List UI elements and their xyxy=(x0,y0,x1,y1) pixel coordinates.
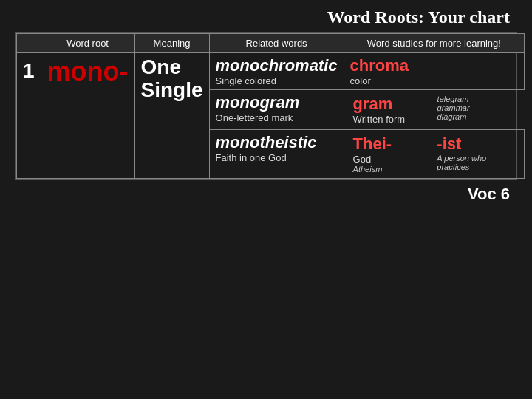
study-meaning-1: color xyxy=(350,75,519,86)
study-root-1: chroma xyxy=(350,56,519,75)
word-roots-table: Word root Meaning Related words Word stu… xyxy=(16,33,525,179)
related-word-1: monochromatic Single colored xyxy=(209,53,344,90)
study-cell-3: Thei- God Atheism -ist A person who prac… xyxy=(344,130,525,179)
header-meaning: Meaning xyxy=(134,34,209,53)
study-root-3: Thei- xyxy=(353,134,432,154)
study-suffix-3: -ist xyxy=(437,134,515,154)
main-table-container: Word root Meaning Related words Word stu… xyxy=(15,32,517,180)
page-title: Word Roots: Your chart xyxy=(0,0,532,30)
related-main-1: monochromatic xyxy=(216,56,338,75)
root-word: mono- xyxy=(41,53,134,179)
study-root-2: gram xyxy=(353,95,432,114)
meaning-cell: One Single xyxy=(134,53,209,179)
meaning-line2: Single xyxy=(141,78,203,101)
study-meaning-2: Written form xyxy=(353,114,432,125)
related-word-3: monotheistic Faith in one God xyxy=(209,130,344,179)
study-cell-1: chroma color xyxy=(344,53,525,90)
row-number: 1 xyxy=(17,53,41,179)
related-sub-2: One-lettered mark xyxy=(216,112,338,123)
related-sub-3: Faith in one God xyxy=(216,152,338,163)
study-extra-3: Atheism xyxy=(353,165,432,174)
study-extra-2: telegram grammar diagram xyxy=(437,95,516,121)
meaning-line1: One xyxy=(141,55,181,78)
related-main-3: monotheistic xyxy=(216,133,338,152)
study-suffix-desc-3: A person who practices xyxy=(437,154,515,171)
related-word-2: monogram One-lettered mark xyxy=(209,90,344,130)
table-row-1a: 1 mono- One Single monochromatic Single … xyxy=(17,53,525,90)
header-num xyxy=(17,34,41,53)
footer-label: Voc 6 xyxy=(0,180,532,204)
related-sub-1: Single colored xyxy=(216,75,338,86)
header-root: Word root xyxy=(41,34,134,53)
study-cell-2: gram Written form telegram grammar diagr… xyxy=(344,90,525,129)
study-meaning-3a: God xyxy=(353,154,432,165)
header-related: Related words xyxy=(209,34,344,53)
table-header-row: Word root Meaning Related words Word stu… xyxy=(17,34,525,53)
header-studies: Word studies for more learning! xyxy=(344,34,525,53)
related-main-2: monogram xyxy=(216,93,338,112)
